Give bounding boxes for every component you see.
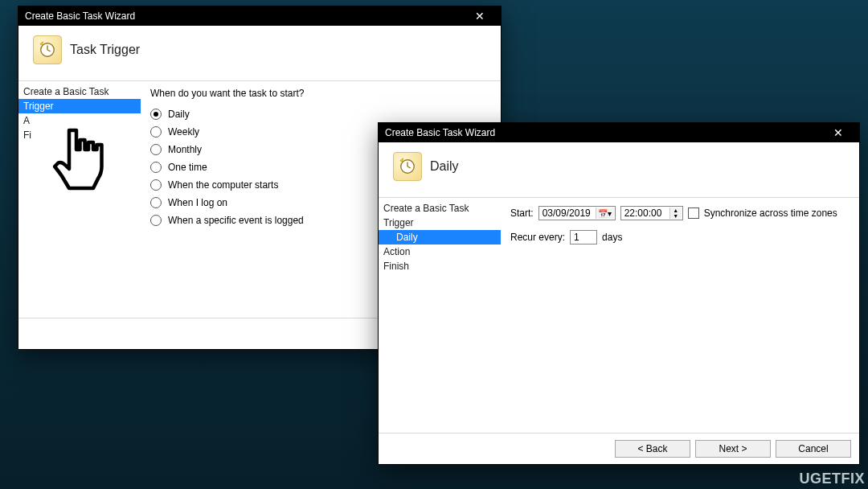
- radio-label: One time: [168, 160, 207, 175]
- titlebar[interactable]: Create Basic Task Wizard ✕: [379, 123, 859, 142]
- dialog-footer: < Back Next > Cancel: [379, 433, 859, 464]
- dialog-body: Create a Basic Task Trigger Daily Action…: [379, 198, 859, 433]
- recur-unit: days: [602, 232, 622, 243]
- radio-label: When the computer starts: [168, 178, 278, 192]
- sidebar-item-action-partial[interactable]: A: [18, 113, 141, 128]
- sidebar-item-trigger[interactable]: Trigger: [18, 99, 141, 113]
- sidebar-item-finish[interactable]: Finish: [379, 259, 501, 273]
- sidebar-item-finish-partial[interactable]: Fi: [18, 128, 141, 142]
- sidebar-item-create[interactable]: Create a Basic Task: [379, 201, 501, 216]
- radio-icon[interactable]: [150, 162, 162, 173]
- sync-timezone-checkbox[interactable]: [688, 208, 699, 219]
- sync-timezone-label: Synchronize across time zones: [704, 208, 837, 219]
- daily-content: Start: 03/09/2019 📅▾ 22:00:00 ▲▼ Synchro…: [501, 198, 859, 433]
- radio-icon[interactable]: [150, 144, 162, 155]
- radio-label: Monthly: [168, 142, 202, 157]
- trigger-prompt: When do you want the task to start?: [150, 88, 491, 99]
- page-title: Task Trigger: [70, 43, 140, 57]
- sidebar-item-daily[interactable]: Daily: [379, 230, 501, 244]
- date-field[interactable]: 03/09/2019 📅▾: [538, 206, 616, 220]
- sidebar-item-create[interactable]: Create a Basic Task: [18, 84, 141, 99]
- window-title: Create Basic Task Wizard: [25, 10, 465, 22]
- radio-label: Daily: [168, 107, 190, 121]
- titlebar[interactable]: Create Basic Task Wizard ✕: [18, 6, 501, 26]
- radio-icon[interactable]: [150, 215, 162, 226]
- sidebar-item-trigger[interactable]: Trigger: [379, 216, 501, 230]
- chevron-down-icon[interactable]: ▼: [670, 213, 682, 219]
- wizard-sidebar: Create a Basic Task Trigger A Fi: [18, 81, 141, 318]
- cancel-button[interactable]: Cancel: [776, 440, 851, 458]
- close-icon[interactable]: ✕: [465, 6, 494, 26]
- recur-row: Recur every: 1 days: [510, 230, 850, 244]
- next-button[interactable]: Next >: [695, 440, 771, 458]
- sidebar-item-action[interactable]: Action: [379, 244, 501, 259]
- task-scheduler-icon: [33, 35, 62, 64]
- recur-value: 1: [574, 232, 579, 243]
- radio-label: When a specific event is logged: [168, 213, 304, 228]
- close-icon[interactable]: ✕: [824, 123, 853, 142]
- radio-icon[interactable]: [150, 109, 162, 120]
- date-value: 03/09/2019: [542, 208, 591, 219]
- time-field[interactable]: 22:00:00 ▲▼: [620, 206, 683, 220]
- time-value: 22:00:00: [624, 208, 662, 219]
- radio-icon[interactable]: [150, 126, 162, 138]
- radio-icon[interactable]: [150, 197, 162, 208]
- chevron-up-icon[interactable]: ▲: [670, 208, 682, 213]
- window-title: Create Basic Task Wizard: [385, 127, 824, 138]
- wizard-sidebar: Create a Basic Task Trigger Daily Action…: [379, 198, 501, 433]
- start-label: Start:: [510, 208, 534, 219]
- time-spinner[interactable]: ▲▼: [669, 208, 682, 219]
- dialog-header: Daily: [379, 142, 859, 198]
- page-title: Daily: [430, 159, 459, 174]
- watermark: UGETFIX: [799, 471, 865, 487]
- radio-label: When I log on: [168, 195, 227, 210]
- dialog-daily: Create Basic Task Wizard ✕ Daily Create …: [378, 122, 860, 465]
- recur-label: Recur every:: [510, 232, 565, 243]
- radio-icon[interactable]: [150, 179, 162, 191]
- calendar-dropdown-icon[interactable]: 📅▾: [596, 208, 614, 219]
- radio-label: Weekly: [168, 125, 199, 139]
- dialog-header: Task Trigger: [18, 26, 501, 81]
- radio-daily[interactable]: Daily: [150, 107, 491, 121]
- recur-value-field[interactable]: 1: [570, 230, 597, 244]
- start-row: Start: 03/09/2019 📅▾ 22:00:00 ▲▼ Synchro…: [510, 206, 850, 220]
- back-button[interactable]: < Back: [615, 440, 690, 458]
- task-scheduler-icon: [393, 152, 422, 181]
